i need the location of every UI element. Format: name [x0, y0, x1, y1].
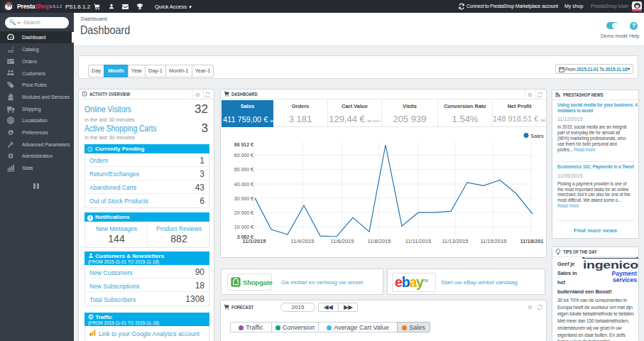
svg-text:60 000 €: 60 000 € [234, 153, 253, 158]
svg-text:11/15/2015: 11/15/2015 [481, 238, 507, 244]
svg-text:11/13/2015: 11/13/2015 [442, 238, 469, 244]
svg-text:11/11/2015: 11/11/2015 [405, 238, 431, 244]
svg-text:11/1/2015: 11/1/2015 [243, 238, 266, 244]
svg-text:10 000 €: 10 000 € [234, 224, 253, 229]
svg-text:11/6/2015: 11/6/2015 [331, 238, 354, 244]
svg-text:11/4/2015: 11/4/2015 [291, 238, 315, 244]
svg-text:Sales: Sales [530, 133, 544, 139]
svg-text:11/8/2015: 11/8/2015 [368, 238, 391, 244]
svg-text:50 000 €: 50 000 € [234, 167, 253, 172]
svg-text:20 000 €: 20 000 € [234, 210, 253, 215]
svg-text:11/18/201: 11/18/201 [520, 238, 544, 244]
svg-text:66 912 €: 66 912 € [234, 142, 253, 147]
svg-text:40 000 €: 40 000 € [234, 182, 253, 187]
svg-text:30 000 €: 30 000 € [234, 196, 253, 201]
